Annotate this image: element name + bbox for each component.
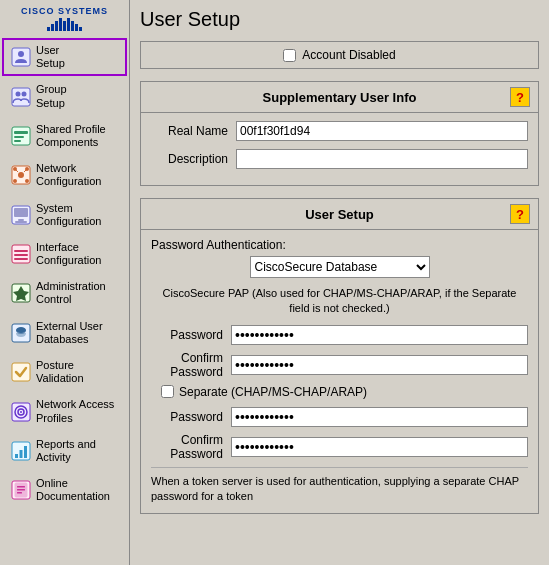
sidebar-label-network-config: NetworkConfiguration [36,162,101,188]
password-input-1[interactable] [231,325,528,345]
svg-rect-8 [14,140,21,142]
confirm-password-input-1[interactable] [231,355,528,375]
sidebar-label-interface-config: InterfaceConfiguration [36,241,101,267]
password-label-2: Password [151,410,231,424]
svg-rect-23 [14,254,28,256]
svg-rect-34 [15,454,18,458]
svg-rect-7 [14,136,24,138]
password-auth-section: Password Authentication: CiscoSecure Dat… [151,238,528,317]
sidebar-item-group-setup[interactable]: GroupSetup [2,77,127,115]
sidebar-item-posture[interactable]: PostureValidation [2,353,127,391]
confirm-password-input-2[interactable] [231,437,528,457]
reports-icon [10,440,32,462]
svg-rect-6 [14,131,28,134]
interface-config-icon [10,243,32,265]
cisco-wordmark: CISCO SYSTEMS [4,6,125,16]
password-auth-label: Password Authentication: [151,238,528,252]
password-row-1: Password [151,325,528,345]
description-label: Description [151,152,236,166]
user-setup-help-icon[interactable]: ? [510,204,530,224]
svg-point-1 [18,51,24,57]
user-setup-panel-title: User Setup [169,207,510,222]
sidebar-label-group-setup: GroupSetup [36,83,67,109]
supplementary-panel-title: Supplementary User Info [169,90,510,105]
svg-point-10 [18,172,24,178]
system-config-icon [10,204,32,226]
sidebar-label-reports: Reports andActivity [36,438,96,464]
sidebar-item-user-setup[interactable]: UserSetup [2,38,127,76]
online-doc-icon [10,479,32,501]
supplementary-help-icon[interactable]: ? [510,87,530,107]
real-name-input[interactable] [236,121,528,141]
account-disabled-row: Account Disabled [140,41,539,69]
shared-profile-icon [10,125,32,147]
description-row: Description [151,149,528,169]
password-label-1: Password [151,328,231,342]
svg-point-3 [16,91,21,96]
svg-rect-24 [14,258,28,260]
svg-rect-41 [17,492,22,494]
confirm-password-row-2: ConfirmPassword [151,433,528,461]
sidebar-label-nap: Network AccessProfiles [36,398,114,424]
svg-rect-39 [17,486,25,488]
sidebar-item-interface-config[interactable]: InterfaceConfiguration [2,235,127,273]
sidebar-label-shared-profile: Shared ProfileComponents [36,123,106,149]
password-row-2: Password [151,407,528,427]
group-setup-icon [10,86,32,108]
posture-icon [10,361,32,383]
supplementary-panel: Supplementary User Info ? Real Name Desc… [140,81,539,186]
svg-point-4 [22,91,27,96]
svg-rect-19 [18,219,24,221]
svg-point-13 [13,179,17,183]
svg-point-14 [25,179,29,183]
sidebar-item-network-config[interactable]: NetworkConfiguration [2,156,127,194]
sidebar-item-admin-control[interactable]: AdministrationControl [2,274,127,312]
main-content: User Setup Account Disabled Supplementar… [130,0,549,565]
sidebar-label-external-user: External UserDatabases [36,320,103,346]
user-setup-panel-body: Password Authentication: CiscoSecure Dat… [141,230,538,513]
sidebar-item-nap[interactable]: Network AccessProfiles [2,392,127,430]
auth-select[interactable]: CiscoSecure Database LDAP Windows NT [250,256,430,278]
confirm-password-row-1: ConfirmPassword [151,351,528,379]
svg-rect-35 [20,450,23,458]
bottom-text: When a token server is used for authenti… [151,467,528,505]
nap-icon [10,401,32,423]
separate-checkbox[interactable] [161,385,174,398]
supplementary-panel-body: Real Name Description [141,113,538,185]
sidebar-item-system-config[interactable]: SystemConfiguration [2,196,127,234]
sidebar-label-admin-control: AdministrationControl [36,280,106,306]
external-user-icon [10,322,32,344]
svg-point-32 [20,411,22,413]
admin-control-icon [10,282,32,304]
user-setup-panel: User Setup ? Password Authentication: Ci… [140,198,539,514]
sidebar-label-system-config: SystemConfiguration [36,202,101,228]
supplementary-panel-header: Supplementary User Info ? [141,82,538,113]
svg-rect-40 [17,489,25,491]
network-config-icon [10,164,32,186]
description-input[interactable] [236,149,528,169]
svg-rect-36 [24,446,27,458]
auth-select-row: CiscoSecure Database LDAP Windows NT [151,256,528,278]
svg-rect-2 [12,88,30,106]
separate-label: Separate (CHAP/MS-CHAP/ARAP) [179,385,367,399]
cisco-logo: CISCO SYSTEMS [0,0,129,37]
real-name-label: Real Name [151,124,236,138]
account-disabled-label: Account Disabled [302,48,395,62]
page-title: User Setup [140,8,539,31]
svg-rect-22 [14,250,28,252]
auth-info-text: CiscoSecure PAP (Also used for CHAP/MS-C… [151,286,528,317]
account-disabled-checkbox[interactable] [283,49,296,62]
svg-rect-18 [14,208,28,217]
sidebar-item-online-doc[interactable]: OnlineDocumentation [2,471,127,509]
password-input-2[interactable] [231,407,528,427]
sidebar-label-user-setup: UserSetup [36,44,65,70]
confirm-password-label-2: ConfirmPassword [151,433,231,461]
sidebar: CISCO SYSTEMS [0,0,130,565]
svg-rect-28 [12,363,30,381]
sidebar-item-external-user[interactable]: External UserDatabases [2,314,127,352]
user-setup-panel-header: User Setup ? [141,199,538,230]
user-setup-icon [10,46,32,68]
sidebar-item-reports[interactable]: Reports andActivity [2,432,127,470]
sidebar-item-shared-profile[interactable]: Shared ProfileComponents [2,117,127,155]
separate-row: Separate (CHAP/MS-CHAP/ARAP) [151,385,528,399]
